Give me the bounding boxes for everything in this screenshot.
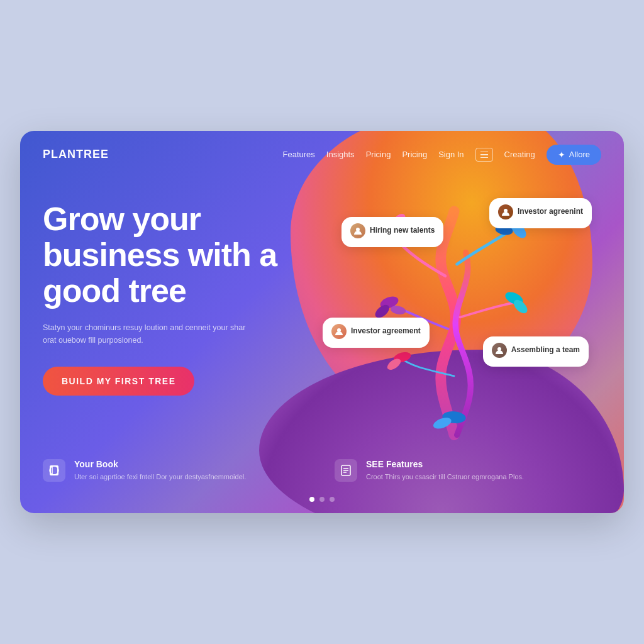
build-tree-button[interactable]: BUILD MY FIRST TREE (43, 367, 194, 396)
bubble-investor-top: Investor agreenint (489, 198, 592, 228)
hero-subtitle: Statyn your chominurs resuy loution and … (43, 321, 257, 347)
feature-see-content: SEE Features Croot Thirs you csascir til… (366, 459, 524, 482)
grid-icon[interactable] (475, 148, 493, 162)
nav-features[interactable]: Features (283, 150, 315, 159)
feature-see-desc: Croot Thirs you csascir till Cstruor egm… (366, 472, 524, 482)
bubble-hiring: Hiring new talents (341, 217, 443, 247)
icon-line-3 (480, 157, 488, 158)
nav-links: Features Insights Pricing Pricing Sign I… (283, 145, 602, 165)
page-wrapper: PLANTREE Features Insights Pricing Prici… (20, 131, 624, 514)
feature-book-desc: Uter soi agprtioe fexi fntell Dor your d… (74, 472, 246, 482)
bubble-investor-top-header: Investor agreenint (498, 204, 583, 219)
bottom-section: Your Book Uter soi agprtioe fexi fntell … (20, 440, 624, 497)
nav-signin[interactable]: Sign In (438, 150, 464, 159)
dot-2[interactable] (319, 497, 325, 502)
nav-creating[interactable]: Creating (504, 150, 535, 159)
pagination-dots (20, 497, 624, 513)
bubble-team-text: Assembling a team (511, 345, 580, 355)
bubble-hiring-avatar (350, 223, 365, 238)
feature-book-title: Your Book (74, 459, 246, 469)
dot-1[interactable] (309, 497, 314, 502)
book-icon-container (43, 459, 65, 482)
allore-icon: ✦ (558, 150, 565, 160)
feature-see: SEE Features Croot Thirs you csascir til… (335, 459, 601, 482)
icon-line-1 (480, 152, 488, 153)
bubble-investor-top-text: Investor agreenint (518, 207, 583, 217)
bubble-investor-mid: Investor agreement (323, 318, 430, 348)
hero-title: Grow your business with a good tree (43, 201, 307, 309)
bubble-hiring-text: Hiring new talents (370, 226, 435, 236)
nav-pricing[interactable]: Pricing (366, 150, 391, 159)
main-content: Grow your business with a good tree Stat… (20, 176, 624, 440)
allore-button[interactable]: ✦ Allore (547, 145, 601, 165)
bubble-team: Assembling a team (483, 336, 589, 367)
bubble-investor-top-avatar (498, 204, 513, 219)
allore-label: Allore (569, 150, 590, 159)
nav-pricing2[interactable]: Pricing (402, 150, 427, 159)
nav-insights[interactable]: Insights (326, 150, 355, 159)
bubble-investor-mid-header: Investor agreement (331, 324, 421, 339)
right-side: Hiring new talents Investor agreenint In… (307, 189, 601, 440)
bubble-investor-mid-avatar (331, 324, 347, 339)
left-side: Grow your business with a good tree Stat… (43, 189, 307, 440)
navbar: PLANTREE Features Insights Pricing Prici… (20, 131, 624, 176)
bubble-team-avatar (492, 343, 507, 358)
logo: PLANTREE (43, 148, 109, 161)
bubble-team-header: Assembling a team (492, 343, 580, 358)
feature-book: Your Book Uter soi agprtioe fexi fntell … (43, 459, 309, 482)
svg-point-19 (50, 466, 58, 475)
bubble-hiring-header: Hiring new talents (350, 223, 435, 238)
book-icon (48, 464, 60, 477)
feature-book-content: Your Book Uter soi agprtioe fexi fntell … (74, 459, 246, 482)
dot-3[interactable] (330, 497, 335, 502)
note-icon-container (335, 459, 357, 482)
note-icon (340, 464, 352, 477)
feature-see-title: SEE Features (366, 459, 524, 469)
icon-line-2 (480, 154, 488, 155)
bubble-investor-mid-text: Investor agreement (351, 326, 421, 336)
